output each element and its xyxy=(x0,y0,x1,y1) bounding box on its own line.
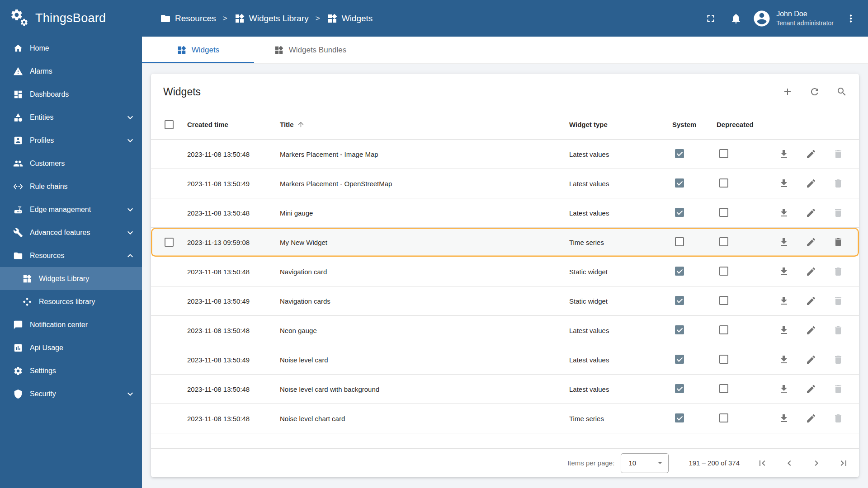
delete-button[interactable] xyxy=(827,231,849,253)
download-button[interactable] xyxy=(773,202,795,224)
delete-icon xyxy=(833,149,844,160)
breadcrumb-label: Widgets Library xyxy=(249,14,309,23)
table-row-mini-gauge[interactable]: 2023-11-08 13:50:48Mini gaugeLatest valu… xyxy=(151,198,859,228)
sidebar-item-dashboards[interactable]: Dashboards xyxy=(0,83,142,106)
table-row-my-new-widget[interactable]: 2023-11-13 09:59:08My New WidgetTime ser… xyxy=(151,228,859,257)
download-button[interactable] xyxy=(773,378,795,400)
delete-button xyxy=(827,290,849,312)
table-row-markers-placement-openstreetmap[interactable]: 2023-11-08 13:50:49Markers Placement - O… xyxy=(151,169,859,198)
add-widget-button[interactable] xyxy=(777,81,798,103)
previous-page-button[interactable] xyxy=(778,452,800,474)
deprecated-checkbox xyxy=(719,413,728,422)
sidebar-item-notification-center[interactable]: Notification center xyxy=(0,313,142,336)
download-button[interactable] xyxy=(773,231,795,253)
download-button[interactable] xyxy=(773,173,795,194)
user-info: John Doe Tenant administrator xyxy=(776,10,834,27)
card-title: Widgets xyxy=(163,86,201,98)
edit-button[interactable] xyxy=(800,290,822,312)
system-checkbox xyxy=(675,237,684,246)
edit-button[interactable] xyxy=(800,202,822,224)
edit-button[interactable] xyxy=(800,143,822,165)
select-all-checkbox[interactable] xyxy=(165,120,174,129)
sidebar-item-resources[interactable]: Resources xyxy=(0,244,142,267)
sidebar-item-home[interactable]: Home xyxy=(0,37,142,60)
table-row-navigation-cards[interactable]: 2023-11-08 13:50:49Navigation cardsStati… xyxy=(151,286,859,316)
next-page-button[interactable] xyxy=(806,452,827,474)
search-icon xyxy=(836,86,847,97)
table-row-noise-level-card-with-background[interactable]: 2023-11-08 13:50:48Noise level card with… xyxy=(151,375,859,404)
sidebar-item-rule-chains[interactable]: Rule chains xyxy=(0,175,142,198)
breadcrumb-item-widgets-library[interactable]: Widgets Library xyxy=(234,13,309,24)
download-icon xyxy=(778,178,789,189)
column-header-title[interactable]: Title xyxy=(280,121,569,128)
sidebar-item-edge-management[interactable]: Edge management xyxy=(0,198,142,221)
row-checkbox[interactable] xyxy=(165,238,174,247)
more-menu-button[interactable] xyxy=(840,8,862,29)
edit-button[interactable] xyxy=(800,408,822,429)
alarms-icon xyxy=(13,66,23,76)
breadcrumb-item-widgets[interactable]: Widgets xyxy=(327,13,373,24)
sidebar-item-label: Widgets Library xyxy=(39,275,89,283)
user-menu[interactable]: John Doe Tenant administrator xyxy=(752,9,834,28)
last-page-button[interactable] xyxy=(833,452,854,474)
column-header-deprecated[interactable]: Deprecated xyxy=(717,121,773,128)
table-row-noise-level-card[interactable]: 2023-11-08 13:50:49Noise level cardLates… xyxy=(151,345,859,375)
entities-icon xyxy=(13,113,23,122)
sidebar-item-api-usage[interactable]: Api Usage xyxy=(0,336,142,359)
sidebar-item-entities[interactable]: Entities xyxy=(0,106,142,129)
sidebar-item-resources-library[interactable]: Resources library xyxy=(0,290,142,313)
column-header-system[interactable]: System xyxy=(672,121,717,128)
table-row-markers-placement-image-map[interactable]: 2023-11-08 13:50:48Markers Placement - I… xyxy=(151,140,859,169)
column-header-created-time[interactable]: Created time xyxy=(187,121,280,128)
edit-icon xyxy=(806,413,816,424)
refresh-button[interactable] xyxy=(804,81,826,103)
download-button[interactable] xyxy=(773,349,795,371)
fullscreen-button[interactable] xyxy=(700,8,722,29)
sidebar-item-security[interactable]: Security xyxy=(0,382,142,405)
edit-icon xyxy=(806,266,816,277)
sidebar-item-advanced-features[interactable]: Advanced features xyxy=(0,221,142,244)
sidebar-item-customers[interactable]: Customers xyxy=(0,152,142,175)
table-row-noise-level-chart-card[interactable]: 2023-11-08 13:50:48Noise level chart car… xyxy=(151,404,859,433)
notifications-button[interactable] xyxy=(725,8,747,29)
search-button[interactable] xyxy=(831,81,853,103)
tab-widgets-bundles[interactable]: Widgets Bundles xyxy=(254,37,366,63)
home-icon xyxy=(13,43,23,53)
created-time-cell: 2023-11-08 13:50:49 xyxy=(187,356,280,364)
download-button[interactable] xyxy=(773,143,795,165)
edit-button[interactable] xyxy=(800,173,822,194)
edit-button[interactable] xyxy=(800,231,822,253)
sidebar-item-label: Customers xyxy=(30,160,65,168)
download-button[interactable] xyxy=(773,319,795,341)
table-row-navigation-card[interactable]: 2023-11-08 13:50:48Navigation cardStatic… xyxy=(151,257,859,286)
breadcrumb-item-resources[interactable]: Resources xyxy=(160,13,216,24)
edit-button[interactable] xyxy=(800,378,822,400)
widget-type-cell: Latest values xyxy=(569,385,672,393)
download-icon xyxy=(778,413,789,424)
created-time-cell: 2023-11-08 13:50:48 xyxy=(187,268,280,276)
title-cell: Navigation cards xyxy=(280,297,569,305)
first-page-button[interactable] xyxy=(751,452,773,474)
edit-button[interactable] xyxy=(800,261,822,282)
edit-icon xyxy=(806,325,816,336)
edit-button[interactable] xyxy=(800,319,822,341)
table-row-neon-gauge[interactable]: 2023-11-08 13:50:48Neon gaugeLatest valu… xyxy=(151,316,859,345)
title-cell: Markers Placement - Image Map xyxy=(280,150,569,158)
column-header-widget-type[interactable]: Widget type xyxy=(569,121,672,128)
sidebar-item-profiles[interactable]: Profiles xyxy=(0,129,142,152)
content-area: Widgets Created time Title Widget type S… xyxy=(142,64,868,488)
download-button[interactable] xyxy=(773,290,795,312)
last-page-icon xyxy=(838,458,849,469)
download-button[interactable] xyxy=(773,261,795,282)
delete-button xyxy=(827,408,849,429)
sidebar-item-settings[interactable]: Settings xyxy=(0,359,142,382)
edit-button[interactable] xyxy=(800,349,822,371)
sidebar-item-widgets-library[interactable]: Widgets Library xyxy=(0,267,142,290)
tab-widgets[interactable]: Widgets xyxy=(142,37,254,63)
sidebar-item-alarms[interactable]: Alarms xyxy=(0,60,142,83)
app-logo[interactable]: ThingsBoard xyxy=(0,0,142,37)
download-button[interactable] xyxy=(773,408,795,429)
title-cell: Noise level chart card xyxy=(280,415,569,422)
delete-button xyxy=(827,349,849,371)
items-per-page-select[interactable]: 10 xyxy=(621,453,669,473)
